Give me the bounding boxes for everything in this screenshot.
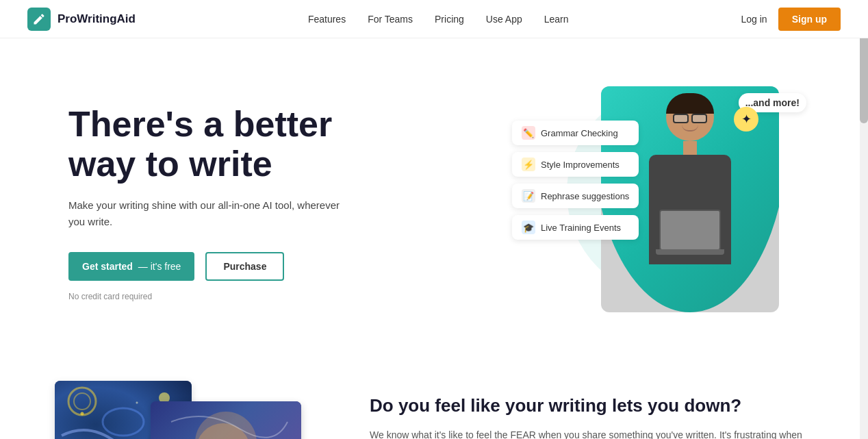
pill-rephrase: 📝 Rephrase suggestions: [512, 184, 639, 208]
pill-training-label: Live Training Events: [541, 223, 621, 233]
pill-grammar: ✏️ Grammar Checking: [512, 121, 639, 145]
nav-for-teams[interactable]: For Teams: [368, 14, 413, 25]
nav-use-app[interactable]: Use App: [486, 14, 522, 25]
signup-button[interactable]: Sign up: [778, 8, 841, 31]
navbar: ProWritingAid Features For Teams Pricing…: [0, 0, 868, 38]
pill-grammar-label: Grammar Checking: [541, 128, 618, 138]
section2-art: My idea in my head: [55, 381, 329, 439]
svg-point-2: [103, 408, 144, 436]
svg-point-1: [74, 393, 90, 410]
brand-link[interactable]: ProWritingAid: [27, 8, 136, 31]
section2: My idea in my head Do you feel like your…: [0, 353, 868, 439]
feature-pills: ✏️ Grammar Checking ⚡ Style Improvements…: [512, 121, 639, 240]
art-card-abstract: [151, 401, 301, 439]
star-badge: ✦: [734, 107, 758, 131]
hero-title: There's a better way to write: [68, 104, 342, 184]
rephrase-icon: 📝: [522, 189, 535, 203]
brand-name-text: ProWritingAid: [58, 12, 136, 26]
login-link[interactable]: Log in: [741, 14, 767, 25]
nav-links: Features For Teams Pricing Use App Learn: [308, 14, 569, 25]
get-started-label: Get started: [82, 261, 133, 272]
abstract-svg: [151, 401, 301, 439]
hero-section: There's a better way to write Make your …: [0, 38, 868, 353]
hero-title-line2: way to write: [68, 144, 272, 184]
page-scrollbar[interactable]: [860, 0, 868, 439]
get-started-button[interactable]: Get started — it's free: [68, 252, 194, 281]
section2-title: Do you feel like your writing lets you d…: [370, 394, 813, 418]
hero-title-line1: There's a better: [68, 104, 332, 144]
star-icon: ✦: [741, 112, 752, 127]
hero-subtitle: Make your writing shine with our all-in-…: [68, 197, 342, 230]
svg-point-0: [68, 388, 96, 415]
grammar-icon: ✏️: [522, 126, 535, 140]
section2-text: Do you feel like your writing lets you d…: [370, 381, 813, 439]
pill-style: ⚡ Style Improvements: [512, 152, 639, 177]
svg-point-4: [195, 412, 257, 439]
hero-right: ...and more! ✦ ✏️ Grammar Checking ⚡ Sty…: [512, 79, 800, 326]
get-started-suffix: — it's free: [138, 261, 181, 272]
style-icon: ⚡: [522, 158, 535, 171]
brand-logo-icon: [27, 8, 51, 31]
pencil-logo-svg: [32, 12, 46, 26]
nav-actions: Log in Sign up: [741, 8, 841, 31]
pill-style-label: Style Improvements: [541, 160, 620, 170]
nav-features[interactable]: Features: [308, 14, 346, 25]
hero-left: There's a better way to write Make your …: [68, 104, 342, 301]
art-stack: My idea in my head: [55, 381, 315, 439]
pill-training: 🎓 Live Training Events: [512, 215, 639, 240]
training-icon: 🎓: [522, 221, 535, 234]
section2-body: We know what it's like to feel the FEAR …: [370, 427, 813, 439]
pill-rephrase-label: Rephrase suggestions: [541, 191, 629, 201]
nav-learn[interactable]: Learn: [544, 14, 569, 25]
art-abstract-pattern: [151, 401, 301, 439]
no-credit-text: No credit card required: [68, 292, 342, 301]
hero-ctas: Get started — it's free Purchase: [68, 252, 342, 281]
purchase-button[interactable]: Purchase: [205, 252, 284, 281]
nav-pricing[interactable]: Pricing: [435, 14, 464, 25]
